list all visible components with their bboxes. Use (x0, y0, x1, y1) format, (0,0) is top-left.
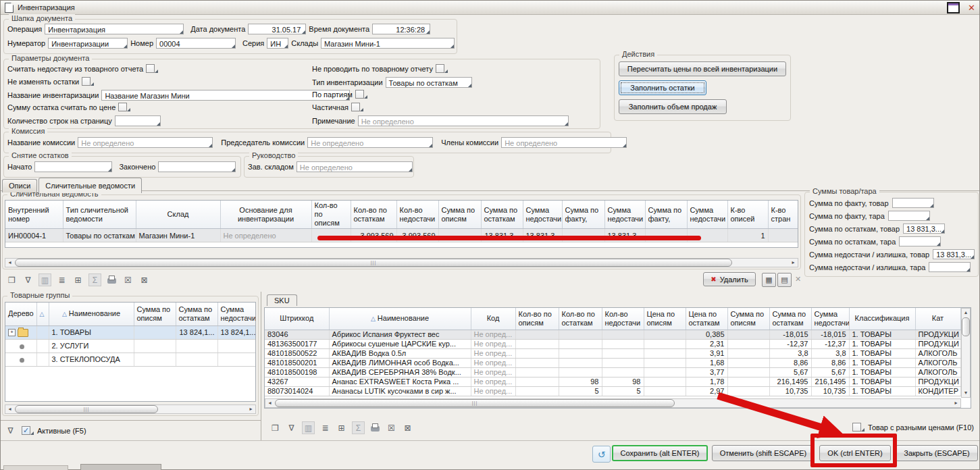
warehouse-manager-field[interactable]: Не определено (296, 161, 413, 172)
expand-icon[interactable]: + (8, 329, 16, 336)
table-row[interactable]: 88073014024Ананасы LUTIK кусочками в сир… (265, 386, 960, 396)
grid-close-icon[interactable]: ⊠ (402, 422, 413, 434)
column-header[interactable]: Сумма по описям (438, 201, 481, 229)
taskbar-item[interactable] (3, 465, 68, 470)
tab-inventory-lists[interactable]: Описи (2, 179, 37, 192)
column-header[interactable]: Сумма по факту, (562, 201, 604, 229)
commission-members-field[interactable]: Не определено (501, 137, 627, 148)
delete-row-button[interactable]: ✖ Удалить (703, 272, 756, 286)
sum-field[interactable] (899, 236, 941, 246)
no-change-stock-checkbox[interactable] (82, 77, 91, 86)
table-row[interactable]: 3. СТЕКЛОПОСУДА (5, 352, 256, 366)
operation-field[interactable]: Инвентаризация (45, 24, 184, 34)
paste-icon[interactable]: ❐ (6, 274, 18, 286)
scroll-right-icon[interactable]: ▸ (247, 405, 255, 413)
grid-close-icon[interactable]: ⊠ (138, 274, 150, 286)
commission-chair-field[interactable]: Не определено (307, 137, 433, 148)
finished-field[interactable] (158, 161, 236, 172)
commission-name-field[interactable]: Не определено (78, 137, 213, 148)
scrollbar-thumb[interactable] (962, 317, 970, 336)
table-row[interactable]: +1. ТОВАРЫ13 824,1...13 824,1... (5, 325, 256, 339)
filter-icon[interactable]: ∇ (22, 274, 34, 286)
list-view-icon[interactable]: ▤ (777, 273, 792, 287)
column-header[interactable]: Классификация (849, 308, 915, 330)
refresh-icon[interactable]: ↺ (592, 446, 611, 463)
partial-checkbox[interactable] (351, 103, 360, 111)
column-header[interactable]: Сумма недостачи (523, 201, 562, 229)
column-header[interactable]: Кат (915, 308, 960, 330)
table-row[interactable]: 43267Ананас EXTRASWEET Коста Рика ...Не … (265, 377, 960, 386)
column-header[interactable]: Кол-во по описям (515, 308, 559, 330)
filter-icon[interactable]: ∇ (286, 422, 297, 434)
warehouses-field[interactable]: Магазин Мини-1 (321, 38, 455, 49)
column-header[interactable]: △Наименование (329, 308, 471, 330)
column-header[interactable]: Кол-во по остаткам (351, 201, 396, 229)
restore-window-icon[interactable] (947, 2, 960, 14)
tab-sku[interactable]: SKU (267, 294, 297, 306)
print-icon[interactable] (106, 274, 118, 286)
active-filter-checkbox[interactable]: ✓ (22, 426, 30, 435)
column-header[interactable]: Внутренний номер (5, 201, 63, 229)
horizontal-scrollbar[interactable]: ◂ ▸ (5, 404, 256, 414)
scroll-down-icon[interactable]: ▾ (962, 389, 970, 397)
fill-sales-button[interactable]: Заполнить объем продаж (619, 99, 727, 114)
time-field[interactable]: 12:36:28 (372, 24, 430, 34)
column-header[interactable]: Сумма по описям (134, 303, 176, 325)
column-header[interactable]: Кол-во по описям (311, 201, 351, 229)
column-header[interactable]: Сумма недостачи (811, 308, 849, 330)
table-row[interactable]: 83046Абрикос Испания Фруктест весНе опре… (265, 330, 960, 339)
sum-icon[interactable]: Σ (352, 421, 365, 434)
table-view-icon[interactable]: ▦ (762, 273, 776, 287)
sum-field[interactable] (888, 211, 930, 221)
sum-field[interactable]: 13 831,3... (903, 224, 945, 234)
started-field[interactable] (34, 161, 112, 172)
sum-field[interactable] (929, 262, 971, 272)
column-header[interactable]: К-во стран (768, 201, 798, 229)
clear-icon[interactable]: ✕ (795, 275, 801, 284)
rows-per-page-field[interactable] (115, 115, 161, 126)
save-button[interactable]: Сохранить (alt ENTER) (612, 445, 708, 461)
ok-button[interactable]: OK (ctrl ENTER) (819, 445, 891, 461)
fill-stock-button[interactable]: Заполнить остатки (619, 80, 706, 95)
no-posting-checkbox[interactable] (436, 64, 444, 73)
calculator-icon[interactable]: ⊞ (336, 422, 347, 434)
close-window-icon[interactable]: ✕ (968, 3, 975, 12)
cancel-button[interactable]: Отменить (shift ESCAPE) (712, 445, 815, 461)
note-field[interactable]: Не определено (358, 115, 569, 126)
column-header[interactable]: Цена по описям (644, 308, 686, 330)
scroll-up-icon[interactable]: ▴ (962, 309, 970, 317)
inventory-type-field[interactable]: Товары по остаткам (386, 77, 472, 88)
column-header[interactable]: Сумма по остаткам (176, 303, 217, 325)
tab-comparison-statements[interactable]: Сличительные ведомости (38, 178, 142, 193)
excel-icon[interactable]: ☒ (386, 422, 397, 434)
table-row[interactable]: 481018500522АКВАДИВ Водка 0.5лНе опред..… (265, 348, 960, 358)
scrollbar-thumb[interactable] (15, 259, 732, 267)
sum-icon[interactable]: Σ (88, 273, 101, 286)
column-header[interactable]: Сумма недостачи (217, 303, 256, 325)
column-header[interactable]: Тип сличительной ведомости (63, 201, 136, 229)
table-row[interactable]: 481018500198АКВАДИВ СЕРЕБРЯНАЯ 38% Водк.… (265, 367, 960, 377)
horizontal-scrollbar[interactable]: ◂ ▸ (265, 398, 961, 408)
excel-icon[interactable]: ☒ (122, 274, 134, 286)
by-batches-checkbox[interactable] (355, 90, 364, 99)
vertical-scrollbar[interactable]: ▴ ▾ (961, 308, 971, 398)
column-header[interactable]: Сумма недостачи (604, 201, 645, 229)
table-row[interactable]: ИН00004-1Товары по остаткамМагазин Мини-… (5, 229, 798, 242)
scroll-left-icon[interactable]: ◂ (5, 405, 14, 413)
date-field[interactable]: 31.05.17 (248, 24, 306, 34)
paste-icon[interactable]: ❐ (269, 422, 281, 434)
scroll-right-icon[interactable]: ▸ (952, 399, 960, 407)
numbering-icon[interactable]: ≣ (56, 274, 68, 286)
column-header[interactable]: Сумма по описям (727, 308, 769, 330)
scrollbar-thumb[interactable] (275, 399, 675, 407)
diff-price-checkbox[interactable] (852, 423, 861, 432)
column-header[interactable]: Сумма недостачи (687, 201, 727, 229)
sum-by-price-checkbox[interactable] (118, 103, 127, 111)
column-header[interactable]: Кол-во недостачи (602, 308, 644, 330)
table-row[interactable]: 481018500201АКВАДИВ ЛИМОННАЯ особ Водка.… (265, 358, 960, 367)
table-row[interactable]: 481363500177Абрикосы сушеные ЦАРСКИЕ кур… (265, 339, 960, 348)
column-header[interactable]: Штрихкод (265, 308, 329, 330)
column-header[interactable]: Код (471, 308, 515, 330)
scroll-left-icon[interactable]: ◂ (265, 399, 274, 407)
columns-icon[interactable]: ▥ (38, 273, 51, 286)
